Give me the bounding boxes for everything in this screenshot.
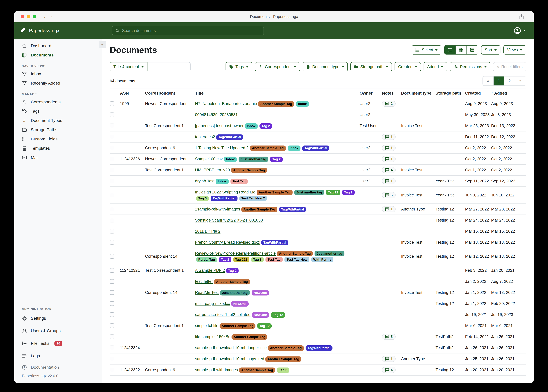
column-header-storage-path[interactable]: Storage path (436, 88, 465, 98)
row-checkbox[interactable] (110, 229, 114, 233)
notes-badge[interactable]: 1 (382, 356, 396, 362)
app-brand[interactable]: Paperless-ngx (19, 27, 59, 34)
row-checkbox[interactable] (110, 168, 114, 172)
column-header-owner[interactable]: Owner (360, 88, 382, 98)
document-link[interactable]: H7_Napoleon_Bonaparte_zadanie (195, 101, 257, 106)
document-link[interactable]: tablerates2 (195, 135, 215, 139)
tag-chip[interactable]: Test Tag (231, 179, 248, 184)
document-link[interactable]: test_letter (195, 279, 213, 284)
sidebar-item-tags[interactable]: Tags (14, 107, 102, 116)
document-link[interactable]: file-sample_150kBs (195, 335, 230, 339)
tag-chip[interactable]: Another Sample Tag (214, 279, 250, 284)
tag-chip[interactable]: TagWithPartial (302, 146, 329, 151)
list-view-button[interactable] (445, 46, 456, 54)
user-menu[interactable] (514, 27, 526, 34)
tag-chip[interactable]: Inbox (224, 157, 237, 162)
tag-chip[interactable]: With Perms (311, 257, 333, 262)
notes-badge[interactable]: 4 (382, 367, 396, 373)
row-checkbox[interactable] (110, 254, 114, 259)
sidebar-item-documentation[interactable]: ?Documentation (14, 362, 102, 372)
document-link[interactable]: 2sample-pdf-with-images (195, 207, 240, 211)
notes-badge[interactable]: 2 (382, 101, 396, 107)
tag-chip[interactable]: Just another tag (315, 251, 344, 256)
row-checkbox[interactable] (110, 346, 114, 350)
document-link[interactable]: sample-pdf-with-images (195, 368, 238, 372)
reset-filters-button[interactable]: × Reset filters (493, 62, 526, 71)
sidebar-item-recently-added[interactable]: Recently Added (14, 79, 102, 88)
notes-badge[interactable]: 1 (382, 145, 396, 151)
tag-chip[interactable]: TagWithPartial (211, 196, 238, 201)
storage-path-filter-button[interactable]: Storage path (350, 62, 392, 71)
row-checkbox[interactable] (110, 124, 114, 128)
tags-filter-button[interactable]: Tags (225, 62, 252, 71)
correspondent-filter-button[interactable]: Correspondent (255, 62, 300, 71)
sidebar-item-document-types[interactable]: #Document Types (14, 116, 102, 125)
sidebar-collapse-button[interactable]: « (99, 41, 106, 49)
tag-chip[interactable]: Another Sample Tag (231, 334, 267, 340)
tag-chip[interactable]: Tag 2 (226, 268, 239, 273)
tag-chip[interactable]: Inbox (216, 179, 229, 184)
tag-chip[interactable]: Tag 2 (270, 157, 283, 162)
views-button[interactable]: Views (504, 45, 526, 55)
tag-chip[interactable]: Another Sample Tag (250, 146, 286, 151)
document-link[interactable]: sample-pdf-download-10-mb-longer-title (195, 346, 267, 350)
search-input[interactable] (122, 28, 260, 33)
document-link[interactable]: drylab Test (195, 179, 215, 183)
document-link[interactable]: A Sample PDF 2 (195, 268, 225, 273)
sidebar-item-templates[interactable]: Templates (14, 144, 102, 153)
pagination-page-1[interactable]: 1 (494, 77, 504, 85)
tag-chip[interactable]: Just another tag (294, 190, 324, 195)
tag-chip[interactable]: NewOne (252, 312, 269, 318)
tag-chip[interactable]: Tag 12 (257, 323, 272, 329)
sidebar-item-inbox[interactable]: Inbox (14, 69, 102, 79)
row-checkbox[interactable] (110, 357, 114, 361)
row-checkbox[interactable] (110, 146, 114, 150)
row-checkbox[interactable] (110, 279, 114, 284)
column-header-document-type[interactable]: Document type (401, 88, 436, 98)
document-type-filter-button[interactable]: Document type (303, 62, 348, 71)
tag-chip[interactable]: Test Tag (266, 257, 283, 262)
sidebar-item-correspondents[interactable]: Correspondents (14, 98, 102, 107)
sidebar-item-logs[interactable]: Logs (14, 350, 102, 362)
tag-chip[interactable]: Another Sample Tag (277, 251, 313, 256)
row-checkbox[interactable] (110, 368, 114, 372)
notes-badge[interactable]: 1 (382, 134, 396, 140)
document-link[interactable]: InDesign 2022 Scripting Read Me (195, 190, 255, 194)
tag-chip[interactable]: Just another tag (238, 157, 268, 162)
column-header-created[interactable]: Created (465, 88, 491, 98)
document-link[interactable]: ReadMe Test (195, 290, 219, 295)
notes-badge[interactable]: 5 (382, 334, 396, 340)
title-content-dropdown[interactable]: Title & content (110, 62, 147, 71)
tag-chip[interactable]: Another Sample Tag (257, 190, 293, 195)
notes-badge[interactable]: 1 (382, 156, 396, 162)
document-link[interactable]: [paperless] test post-owner (195, 124, 244, 128)
row-checkbox[interactable] (110, 335, 114, 339)
select-button[interactable]: Select (411, 45, 441, 55)
document-link[interactable]: 0004814539_20230531 (195, 112, 238, 117)
tag-chip[interactable]: Tag 222 (233, 257, 249, 262)
pagination-first-button[interactable]: « (483, 77, 494, 85)
row-checkbox[interactable] (110, 268, 114, 273)
tag-chip[interactable]: Tag 12 (271, 312, 285, 318)
sidebar-item-dashboard[interactable]: Dashboard (14, 41, 102, 50)
row-checkbox[interactable] (110, 157, 114, 161)
tag-chip[interactable]: Just another tag (220, 290, 250, 295)
sidebar-item-storage-paths[interactable]: Storage Paths (14, 125, 102, 134)
document-link[interactable]: UM_PPBE_en_v29 (195, 168, 230, 172)
row-checkbox[interactable] (110, 301, 114, 306)
pagination-last-button[interactable]: » (515, 77, 526, 85)
document-link[interactable]: simple txt file (195, 323, 218, 328)
document-link[interactable]: Review-of-New-York-Federal-Petitions-art… (195, 251, 276, 256)
column-header-title[interactable]: Title (195, 88, 360, 98)
notes-badge[interactable]: 1 (382, 178, 396, 184)
sort-button[interactable]: Sort (481, 45, 501, 55)
tag-chip[interactable]: Tag 3 (251, 257, 264, 262)
row-checkbox[interactable] (110, 179, 114, 183)
document-link[interactable]: Sample100.csv (195, 157, 223, 161)
tag-chip[interactable]: TagWithPartial (306, 345, 332, 351)
notes-badge[interactable]: 4 (382, 167, 396, 173)
tag-chip[interactable]: Another Sample Tag (231, 168, 267, 173)
share-icon[interactable] (519, 14, 524, 20)
row-checkbox[interactable] (110, 135, 114, 139)
notes-badge[interactable]: 6 (382, 192, 396, 198)
